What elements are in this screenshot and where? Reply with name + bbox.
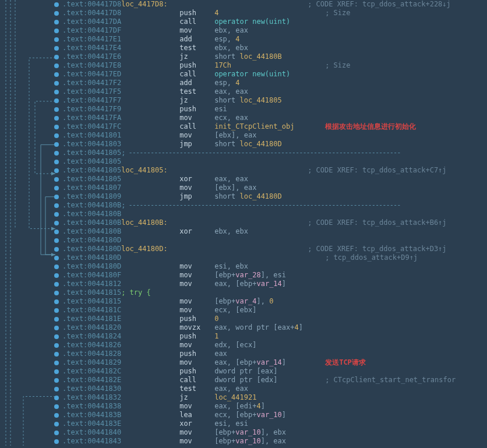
breakpoint-dot[interactable]	[54, 264, 59, 269]
breakpoint-dot[interactable]	[54, 107, 59, 112]
asm-line[interactable]: .text:004417DF movebx, eax	[62, 26, 487, 35]
asm-line[interactable]: .text:004417FC callinit_CTcpClient_obj根据…	[62, 122, 487, 131]
asm-line[interactable]: .text:0044181E push0	[62, 315, 487, 323]
asm-line[interactable]: .text:0044180D loc_44180D:; CODE XREF: t…	[62, 245, 487, 253]
asm-line[interactable]: .text:00441805 loc_441805:; CODE XREF: t…	[62, 166, 487, 175]
breakpoint-dot[interactable]	[54, 221, 59, 225]
breakpoint-dot[interactable]	[54, 238, 59, 243]
asm-line[interactable]: .text:0044180D movesi, ebx	[62, 262, 487, 271]
breakpoint-dot[interactable]	[54, 81, 59, 86]
breakpoint-dot[interactable]	[54, 20, 59, 24]
breakpoint-dot[interactable]	[54, 142, 59, 147]
asm-line[interactable]: .text:00441832 jzloc_441921	[62, 393, 487, 402]
asm-line[interactable]: .text:004417D8 loc_4417D8:; CODE XREF: t…	[62, 0, 487, 9]
asm-line[interactable]: .text:004417E4 testebx, ebx	[62, 44, 487, 52]
asm-line[interactable]: .text:0044183E xoresi, esi	[62, 419, 487, 428]
breakpoint-dot[interactable]	[54, 2, 59, 7]
asm-line[interactable]: .text:00441829 moveax, [ebp+var_14]发送TCP…	[62, 358, 487, 367]
asm-line[interactable]: .text:00441830 testeax, eax	[62, 384, 487, 393]
asm-line[interactable]: .text:00441820 movzxeax, word ptr [eax+4…	[62, 323, 487, 332]
breakpoint-dot[interactable]	[54, 413, 59, 418]
breakpoint-dot[interactable]	[54, 125, 59, 129]
breakpoint-dot[interactable]	[54, 247, 59, 252]
breakpoint-dot[interactable]	[54, 116, 59, 121]
breakpoint-dot[interactable]	[54, 160, 59, 164]
breakpoint-dot[interactable]	[54, 387, 59, 391]
breakpoint-dot[interactable]	[54, 11, 59, 16]
asm-line[interactable]: .text:0044180D	[62, 236, 487, 245]
breakpoint-dot[interactable]	[54, 212, 59, 217]
breakpoint-dot[interactable]	[54, 98, 59, 103]
asm-line[interactable]: .text:004417E8 push17Ch; Size	[62, 61, 487, 70]
asm-line[interactable]: .text:004417F9 pushesi	[62, 105, 487, 114]
breakpoint-dot[interactable]	[54, 422, 59, 426]
asm-line[interactable]: .text:00441828 pusheax	[62, 350, 487, 358]
asm-line[interactable]: .text:00441843 mov[ebp+var_10], eax	[62, 437, 487, 446]
breakpoint-dot[interactable]	[54, 291, 59, 295]
asm-line[interactable]: .text:00441805	[62, 157, 487, 166]
asm-line[interactable]: .text:004417F7 jzshort loc_441805	[62, 96, 487, 105]
breakpoint-dot[interactable]	[54, 343, 59, 348]
asm-line[interactable]: .text:00441826 movedx, [ecx]	[62, 341, 487, 350]
asm-line[interactable]: .text:0044180B loc_44180B:; CODE XREF: t…	[62, 218, 487, 227]
asm-line[interactable]: .text:004417D8 push4; Size	[62, 9, 487, 17]
breakpoint-dot[interactable]	[54, 326, 59, 330]
breakpoint-dot[interactable]	[54, 282, 59, 287]
breakpoint-dot[interactable]	[54, 168, 59, 173]
asm-line[interactable]: .text:004417FA movecx, eax	[62, 114, 487, 122]
asm-line[interactable]: .text:00441807 mov[ebx], eax	[62, 184, 487, 192]
asm-line[interactable]: .text:00441812 moveax, [ebp+var_14]	[62, 280, 487, 288]
asm-line[interactable]: .text:00441805 ; -----------------------…	[62, 149, 487, 157]
asm-line[interactable]: .text:004417ED calloperator new(uint)	[62, 70, 487, 79]
breakpoint-dot[interactable]	[54, 317, 59, 322]
asm-line[interactable]: .text:0044180D ; tcp_ddos_attack+D9↑j	[62, 253, 487, 262]
asm-line[interactable]: .text:0044183B leaecx, [ebp+var_10]	[62, 411, 487, 419]
asm-line[interactable]: .text:00441803 jmpshort loc_44180D	[62, 140, 487, 149]
breakpoint-dot[interactable]	[54, 404, 59, 409]
breakpoint-dot[interactable]	[54, 72, 59, 77]
asm-line[interactable]: .text:00441809 jmpshort loc_44180D	[62, 192, 487, 201]
breakpoint-dot[interactable]	[54, 90, 59, 94]
breakpoint-dot[interactable]	[54, 203, 59, 208]
breakpoint-dot[interactable]	[54, 55, 59, 59]
asm-line[interactable]: .text:0044182E calldword ptr [edx] ; CTc…	[62, 376, 487, 384]
asm-line[interactable]: .text:004417DA calloperator new(uint)	[62, 17, 487, 26]
breakpoint-dot[interactable]	[54, 334, 59, 339]
breakpoint-dot[interactable]	[54, 273, 59, 278]
breakpoint-dot[interactable]	[54, 439, 59, 444]
breakpoint-dot[interactable]	[54, 378, 59, 383]
breakpoint-dot[interactable]	[54, 352, 59, 357]
breakpoint-dot[interactable]	[54, 151, 59, 156]
code-area[interactable]: .text:004417D8 loc_4417D8:; CODE XREF: t…	[61, 0, 487, 446]
asm-line[interactable]: .text:004417F5 testeax, eax	[62, 87, 487, 96]
asm-line[interactable]: .text:0044181C movecx, [ebx]	[62, 306, 487, 315]
breakpoint-dot[interactable]	[54, 396, 59, 400]
breakpoint-dot[interactable]	[54, 431, 59, 435]
asm-line[interactable]: .text:004417F2 addesp, 4	[62, 79, 487, 87]
breakpoint-dot[interactable]	[54, 230, 59, 234]
asm-line[interactable]: .text:0044180F mov[ebp+var_28], esi	[62, 271, 487, 280]
asm-line[interactable]: .text:00441815 ; try {	[62, 288, 487, 297]
asm-line[interactable]: .text:004417E1 addesp, 4	[62, 35, 487, 44]
breakpoint-dot[interactable]	[54, 308, 59, 313]
breakpoint-dot[interactable]	[54, 64, 59, 68]
asm-line[interactable]: .text:0044182C pushdword ptr [eax]	[62, 367, 487, 376]
breakpoint-dot[interactable]	[54, 29, 59, 33]
asm-line[interactable]: .text:00441838 moveax, [edi+4]	[62, 402, 487, 411]
asm-line[interactable]: .text:004417E6 jzshort loc_44180B	[62, 52, 487, 61]
asm-line[interactable]: .text:00441824 push1	[62, 332, 487, 341]
asm-line[interactable]: .text:00441815 mov[ebp+var_4], 0	[62, 297, 487, 306]
breakpoint-dot[interactable]	[54, 133, 59, 138]
breakpoint-dot[interactable]	[54, 256, 59, 260]
breakpoint-dot[interactable]	[54, 361, 59, 365]
asm-line[interactable]: .text:0044180B ; -----------------------…	[62, 201, 487, 210]
asm-line[interactable]: .text:0044180B xorebx, ebx	[62, 227, 487, 236]
asm-line[interactable]: .text:00441805 xoreax, eax	[62, 175, 487, 184]
asm-line[interactable]: .text:00441801 mov[ebx], eax	[62, 131, 487, 140]
breakpoint-dot[interactable]	[54, 46, 59, 51]
breakpoint-dot[interactable]	[54, 177, 59, 182]
asm-line[interactable]: .text:0044180B	[62, 210, 487, 218]
breakpoint-dot[interactable]	[54, 369, 59, 374]
asm-line[interactable]: .text:00441840 mov[ebp+var_10], ebx	[62, 428, 487, 437]
breakpoint-dot[interactable]	[54, 37, 59, 42]
